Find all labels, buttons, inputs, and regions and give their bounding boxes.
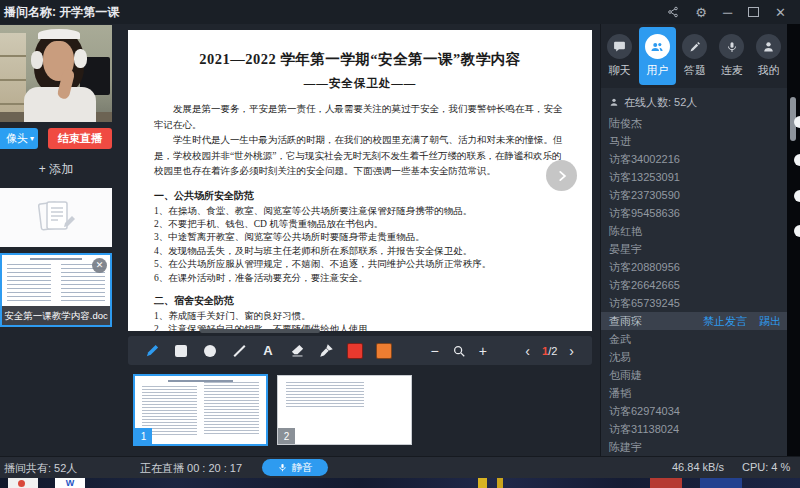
user-list-item[interactable]: 查雨琛 禁止发言 踢出 bbox=[601, 312, 787, 330]
document-page: 2021—2022 学年第一学期“安全第一课”教学内容 ——安全保卫处—— 发展… bbox=[128, 30, 592, 331]
document-paragraph: 发展是第一要务，平安是第一责任，人最需要关注的莫过于安全，我们要警钟长鸣在耳，安… bbox=[154, 102, 566, 133]
settings-gear-icon[interactable]: ⚙ bbox=[695, 6, 707, 19]
document-list-item: 2、不要把手机、钱包、CD 机等贵重物品放在书包内。 bbox=[154, 218, 566, 231]
user-list-item[interactable]: 访客23730590 禁止发言 踢出 bbox=[601, 186, 787, 204]
color-red-swatch[interactable] bbox=[347, 343, 363, 359]
background-window-strip bbox=[787, 24, 800, 456]
camera-select-button[interactable]: 像头 ▾ bbox=[0, 128, 38, 149]
eraser-tool-icon[interactable] bbox=[289, 343, 305, 359]
tab-quiz[interactable]: 答题 bbox=[677, 24, 714, 88]
user-name: 访客62974034 bbox=[609, 404, 680, 419]
tab-mine[interactable]: 我的 bbox=[750, 24, 787, 88]
page1-thumbnail[interactable]: 1 bbox=[133, 374, 268, 446]
document-list-item: 5、在公共场所应服从管理规定，不嬉闹、不追逐，共同维护公共场所正常秩序。 bbox=[154, 258, 566, 271]
document-paragraphs: 发展是第一要务，平安是第一责任，人最需要关注的莫过于安全，我们要警钟长鸣在耳，安… bbox=[154, 102, 566, 180]
whiteboard-thumbnail[interactable] bbox=[0, 188, 112, 247]
add-content-button[interactable]: + 添加 bbox=[0, 161, 112, 178]
prev-page-icon[interactable]: ‹ bbox=[525, 344, 530, 358]
online-count-label: 在线人数: 52人 bbox=[624, 95, 697, 110]
next-page-button[interactable] bbox=[546, 160, 577, 191]
user-list-item[interactable]: 沈易 禁止发言 踢出 bbox=[601, 348, 787, 366]
text-tool-icon[interactable]: A bbox=[260, 343, 276, 359]
maximize-button[interactable] bbox=[748, 7, 759, 17]
kick-user-button[interactable]: 踢出 bbox=[759, 314, 781, 329]
user-list-item[interactable]: 访客20880956 禁止发言 踢出 bbox=[601, 258, 787, 276]
page2-thumbnail[interactable]: 2 bbox=[277, 375, 412, 445]
titlebar: 播间名称: 开学第一课 ⚙ ─ ✕ bbox=[0, 0, 800, 24]
document-list-item: 1、在操场、食堂、教室、阅览室等公共场所要注意保管好随身携带的物品。 bbox=[154, 205, 566, 218]
color-orange-swatch[interactable] bbox=[376, 343, 392, 359]
horizontal-scrollbar[interactable] bbox=[200, 329, 320, 333]
minimize-button[interactable]: ─ bbox=[723, 6, 732, 19]
close-doc-icon[interactable]: ✕ bbox=[92, 258, 107, 273]
room-total-label: 播间共有: 52人 bbox=[4, 461, 77, 476]
user-list-item[interactable]: 陆俊杰 禁止发言 踢出 bbox=[601, 114, 787, 132]
cpu-label: CPU: 4 % bbox=[742, 461, 790, 473]
magnifier-icon[interactable] bbox=[451, 343, 467, 359]
user-name: 沈易 bbox=[609, 350, 631, 365]
rectangle-tool-icon[interactable] bbox=[173, 343, 189, 359]
doc-thumbnail-label: 安全第一课教学内容.doc bbox=[2, 306, 110, 325]
tab-users[interactable]: 用户 bbox=[639, 27, 676, 85]
user-list-item[interactable]: 潘韬 禁止发言 踢出 bbox=[601, 384, 787, 402]
background-app-icon bbox=[794, 190, 800, 202]
user-list-item[interactable]: 陈建宇 禁止发言 踢出 bbox=[601, 438, 787, 456]
webcam-video bbox=[0, 25, 112, 122]
mute-button[interactable]: 静音 bbox=[262, 459, 328, 476]
user-list-item[interactable]: 马进 禁止发言 踢出 bbox=[601, 132, 787, 150]
user-list-item[interactable]: 陈红艳 禁止发言 踢出 bbox=[601, 222, 787, 240]
user-list-item[interactable]: 晏星宇 禁止发言 踢出 bbox=[601, 240, 787, 258]
user-list-item[interactable]: 金武 禁止发言 踢出 bbox=[601, 330, 787, 348]
user-name: 潘韬 bbox=[609, 386, 631, 401]
person-small-icon bbox=[609, 97, 619, 109]
user-name: 访客13253091 bbox=[609, 170, 680, 185]
page1-badge: 1 bbox=[135, 428, 152, 444]
user-list-item[interactable]: 访客31138024 禁止发言 踢出 bbox=[601, 420, 787, 438]
background-app-icon bbox=[794, 225, 800, 237]
user-name: 金武 bbox=[609, 332, 631, 347]
page2-badge: 2 bbox=[278, 428, 295, 444]
user-list-item[interactable]: 访客65739245 禁止发言 踢出 bbox=[601, 294, 787, 312]
user-list-item[interactable]: 访客34002216 禁止发言 踢出 bbox=[601, 150, 787, 168]
desktop-icon-fragment bbox=[8, 478, 38, 488]
sidebar-tabs: 聊天 用户 答题 连麦 我的 bbox=[601, 24, 787, 88]
document-list-item: 3、中途暂离开教室、阅览室等公共场所时要随身带走贵重物品。 bbox=[154, 231, 566, 244]
pen-tool-icon[interactable] bbox=[144, 343, 160, 359]
tab-chat[interactable]: 聊天 bbox=[601, 24, 638, 88]
share-icon[interactable] bbox=[667, 6, 679, 18]
chat-bubble-icon bbox=[607, 34, 632, 59]
user-list-item[interactable]: 访客62974034 禁止发言 踢出 bbox=[601, 402, 787, 420]
desktop-sliver: W bbox=[0, 478, 800, 488]
doc-thumbnail-selected[interactable]: ✕ 安全第一课教学内容.doc bbox=[0, 253, 112, 327]
document-title: 2021—2022 学年第一学期“安全第一课”教学内容 bbox=[154, 50, 566, 69]
circle-tool-icon[interactable] bbox=[202, 343, 218, 359]
mic-small-icon bbox=[278, 462, 287, 474]
caret-down-icon: ▾ bbox=[30, 135, 34, 143]
user-name: 访客95458636 bbox=[609, 206, 680, 221]
user-list-item[interactable]: 访客26642665 禁止发言 踢出 bbox=[601, 276, 787, 294]
live-classroom-app: 播间名称: 开学第一课 ⚙ ─ ✕ 像头 ▾ 结束直播 + 添加 bbox=[0, 0, 800, 488]
user-name: 访客31138024 bbox=[609, 422, 679, 437]
document-section2-list: 1、养成随手关好门、窗的良好习惯。2、注意保管好自己的钥匙，不要随便借给他人使用… bbox=[154, 310, 566, 331]
background-app-icon bbox=[794, 116, 800, 128]
mute-user-button[interactable]: 禁止发言 bbox=[703, 314, 747, 329]
person-icon bbox=[756, 34, 781, 59]
user-list-item[interactable]: 访客13253091 禁止发言 踢出 bbox=[601, 168, 787, 186]
zoom-out-button[interactable]: − bbox=[430, 344, 438, 358]
document-section1-list: 1、在操场、食堂、教室、阅览室等公共场所要注意保管好随身携带的物品。2、不要把手… bbox=[154, 205, 566, 285]
document-list-item: 4、发现物品丢失，及时与班主任老师和所在系部联系，并报告安全保卫处。 bbox=[154, 245, 566, 258]
user-list-item[interactable]: 包雨婕 禁止发言 踢出 bbox=[601, 366, 787, 384]
document-subtitle: ——安全保卫处—— bbox=[154, 76, 566, 91]
close-button[interactable]: ✕ bbox=[775, 6, 786, 19]
zoom-in-button[interactable]: + bbox=[479, 344, 487, 358]
brush-tool-icon[interactable] bbox=[318, 343, 334, 359]
document-section-heading: 一、公共场所安全防范 bbox=[154, 189, 566, 203]
room-name-label: 播间名称: 开学第一课 bbox=[4, 4, 119, 21]
line-tool-icon[interactable] bbox=[231, 343, 247, 359]
end-stream-button[interactable]: 结束直播 bbox=[48, 128, 112, 149]
next-page-icon[interactable]: › bbox=[569, 344, 574, 358]
user-name: 访客26642665 bbox=[609, 278, 680, 293]
user-list-item[interactable]: 访客95458636 禁止发言 踢出 bbox=[601, 204, 787, 222]
tab-mic-connect[interactable]: 连麦 bbox=[713, 24, 750, 88]
user-name: 陈红艳 bbox=[609, 224, 642, 239]
